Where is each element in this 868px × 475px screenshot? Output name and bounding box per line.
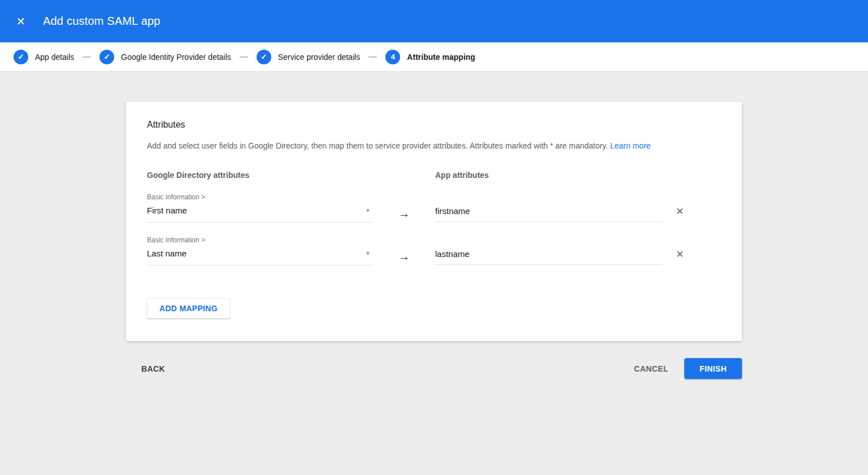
attributes-card: Attributes Add and select user fields in…	[126, 102, 742, 341]
directory-attribute-value: First name	[147, 206, 187, 215]
card-description: Add and select user fields in Google Dir…	[147, 140, 721, 151]
step-connector	[83, 56, 91, 58]
directory-attribute-select[interactable]: Basic Information > Last name ▼	[147, 236, 373, 265]
map-arrow-icon: →	[373, 193, 435, 220]
step-label: Attribute mapping	[407, 53, 475, 62]
learn-more-link[interactable]: Learn more	[610, 141, 651, 150]
step-number: 4	[385, 50, 400, 64]
step-label: App details	[35, 53, 74, 62]
card-description-text: Add and select user fields in Google Dir…	[147, 141, 608, 150]
mapping-row: Basic Information > First name ▼ → ✕	[147, 193, 721, 223]
close-icon[interactable]: ✕	[14, 14, 28, 29]
dialog-header: ✕ Add custom SAML app	[0, 0, 868, 42]
app-attribute-input[interactable]	[435, 206, 662, 222]
directory-attribute-value-line: Last name ▼	[147, 249, 373, 258]
step-service-provider-details[interactable]: ✓ Service provider details	[257, 50, 361, 64]
remove-mapping-icon[interactable]: ✕	[675, 204, 685, 219]
step-google-identity-provider-details[interactable]: ✓ Google Identity Provider details	[99, 50, 231, 64]
content-area: Attributes Add and select user fields in…	[0, 72, 868, 379]
check-icon: ✓	[99, 50, 114, 64]
step-app-details[interactable]: ✓ App details	[14, 50, 74, 64]
step-label: Service provider details	[278, 53, 361, 62]
mapping-row: Basic Information > Last name ▼ → ✕	[147, 236, 721, 265]
app-attribute-field	[435, 193, 662, 222]
step-connector	[240, 56, 248, 58]
app-attributes-header: App attributes	[435, 171, 489, 180]
add-custom-saml-app-dialog: ✕ Add custom SAML app ✓ App details ✓ Go…	[0, 0, 868, 379]
check-icon: ✓	[14, 50, 28, 64]
directory-attribute-value-line: First name ▼	[147, 206, 373, 215]
step-attribute-mapping[interactable]: 4 Attribute mapping	[385, 50, 475, 64]
google-directory-attributes-header: Google Directory attributes	[147, 171, 435, 180]
directory-attribute-category: Basic Information >	[147, 193, 373, 202]
directory-attribute-value: Last name	[147, 249, 186, 258]
check-icon: ✓	[257, 50, 271, 64]
finish-button[interactable]: FINISH	[684, 358, 742, 379]
remove-mapping-icon[interactable]: ✕	[675, 247, 685, 262]
columns-header: Google Directory attributes App attribut…	[147, 171, 721, 180]
card-title: Attributes	[147, 119, 721, 131]
dropdown-arrow-icon: ▼	[365, 207, 371, 213]
footer-right-actions: CANCEL FINISH	[634, 358, 742, 379]
back-button[interactable]: BACK	[141, 364, 165, 373]
cancel-button[interactable]: CANCEL	[634, 364, 669, 373]
footer-actions: BACK CANCEL FINISH	[126, 358, 742, 379]
app-attribute-input[interactable]	[435, 249, 662, 265]
dropdown-arrow-icon: ▼	[365, 250, 371, 256]
dialog-title: Add custom SAML app	[43, 15, 160, 28]
add-mapping-button[interactable]: ADD MAPPING	[147, 298, 230, 319]
stepper: ✓ App details ✓ Google Identity Provider…	[0, 42, 868, 72]
app-attribute-field	[435, 236, 662, 265]
directory-attribute-category: Basic Information >	[147, 236, 373, 245]
step-connector	[368, 56, 377, 58]
step-label: Google Identity Provider details	[121, 53, 231, 62]
directory-attribute-select[interactable]: Basic Information > First name ▼	[147, 193, 373, 223]
map-arrow-icon: →	[373, 236, 435, 263]
